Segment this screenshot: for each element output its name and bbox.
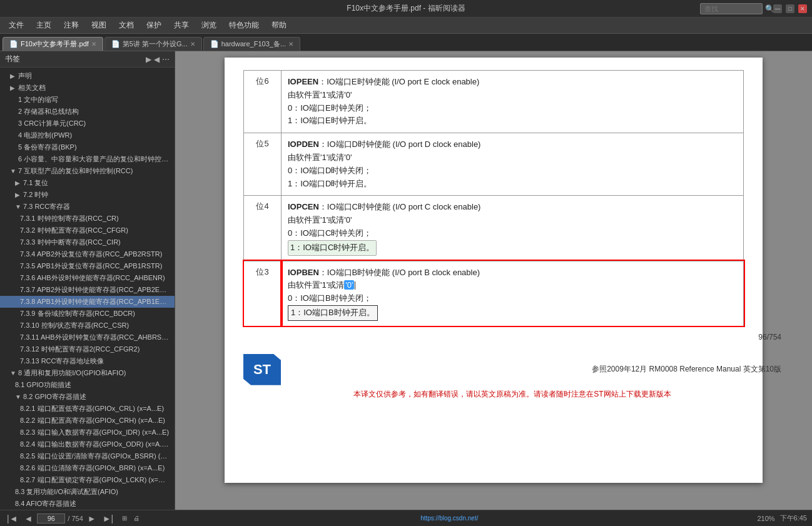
sidebar-item-7-3-4[interactable]: 7.3.4 APB2外设复位寄存器(RCC_APB2RSTR)	[0, 248, 175, 260]
content-area[interactable]: 位6 IOPEEN：IO端口E时钟使能 (I/O port E clock en…	[175, 51, 812, 526]
sidebar-item-8-1[interactable]: 8.1 GPIO功能描述	[0, 379, 175, 391]
sidebar-item-7-3-12[interactable]: 7.3.12 时钟配置寄存器2(RCC_CFGR2)	[0, 343, 175, 355]
sidebar-item-8-2-6[interactable]: 8.2.6 端口位清除寄存器(GPIOx_BRR) (x=A...E)	[0, 462, 175, 474]
tab-doc1-close[interactable]: ✕	[190, 41, 195, 48]
sidebar-title: 书签	[5, 54, 20, 64]
sidebar-item-ch4[interactable]: 4 电源控制(PWR)	[0, 129, 175, 141]
tab-pdf-close[interactable]: ✕	[91, 41, 96, 48]
tab-pdf-icon: 📄	[9, 40, 18, 48]
sidebar-item-8-2-5[interactable]: 8.2.5 端口位设置/清除寄存器(GPIOx_BSRR) (x=A...	[0, 450, 175, 462]
pdf-disclaimer: 本译文仅供参考，如有翻译错误，请以英文原稿为准。请读者随时注意在ST网站上下载更…	[243, 389, 781, 400]
sidebar-item-8-4[interactable]: 8.4 AFIO寄存器描述	[0, 498, 175, 510]
search-icon[interactable]: 🔍	[765, 4, 774, 13]
sidebar-item-7-3-1[interactable]: 7.3.1 时钟控制寄存器(RCC_CR)	[0, 213, 175, 225]
sidebar-item-7-3-6[interactable]: 7.3.6 AHB外设时钟使能寄存器(RCC_AHBENR)	[0, 272, 175, 284]
menu-document[interactable]: 文档	[113, 19, 140, 32]
title-bar-controls: — □ ✕	[773, 4, 807, 13]
sidebar: 书签 ▶ ◀ ⋯ ▶ 声明 ▶ 相关文档 1 文中的缩写 2 存储器和总线结构 …	[0, 51, 175, 526]
menu-bar: 文件 主页 注释 视图 文档 保护 共享 浏览 特色功能 帮助	[0, 18, 812, 34]
nav-fit-button[interactable]: ⊞	[120, 515, 129, 522]
minimize-button[interactable]: —	[773, 4, 782, 13]
status-right: 210% 下午6:45	[757, 513, 807, 523]
nav-next-button[interactable]: ►	[86, 513, 98, 523]
status-time: 下午6:45	[780, 513, 807, 523]
menu-special[interactable]: 特色功能	[223, 19, 265, 32]
reg-desc-5: IOPDEN：IO端口D时钟使能 (I/O port D clock enabl…	[282, 133, 744, 196]
status-nav: |◄ ◄ / 754 ► ►| ⊞ 🖨	[5, 513, 141, 523]
menu-help[interactable]: 帮助	[265, 19, 293, 32]
sidebar-item-ch3[interactable]: 3 CRC计算单元(CRC)	[0, 118, 175, 129]
reg-name-iopden: IOPDEN	[288, 139, 319, 149]
tab-doc1-icon: 📄	[111, 40, 120, 48]
st-logo-area: ST 参照2009年12月 RM0008 Reference Manual 英文…	[243, 354, 781, 385]
sidebar-item-8-2-2[interactable]: 8.2.2 端口配置高寄存器(GPIOx_CRH) (x=A...E)	[0, 415, 175, 427]
table-row: 位4 IOPCEN：IO端口C时钟使能 (I/O port C clock en…	[244, 196, 744, 261]
status-url: https://blog.csdn.net/	[420, 515, 478, 522]
sidebar-item-7-3[interactable]: ▼ 7.3 RCC寄存器	[0, 201, 175, 213]
nav-prev-button[interactable]: ◄	[23, 513, 35, 523]
menu-share[interactable]: 共享	[168, 19, 195, 32]
menu-annotate[interactable]: 注释	[58, 19, 85, 32]
sidebar-item-ch1[interactable]: 1 文中的缩写	[0, 94, 175, 106]
maximize-button[interactable]: □	[786, 4, 794, 13]
tab-doc1[interactable]: 📄 第5讲 第一个外设G... ✕	[104, 37, 202, 51]
menu-home[interactable]: 主页	[30, 19, 58, 32]
pdf-bottom: ST 参照2009年12月 RM0008 Reference Manual 英文…	[243, 348, 781, 400]
sidebar-more-icon[interactable]: ⋯	[162, 55, 170, 64]
sidebar-item-7-3-3[interactable]: 7.3.3 时钟中断寄存器(RCC_CIR)	[0, 236, 175, 248]
reg-desc-4: IOPCEN：IO端口C时钟使能 (I/O port C clock enabl…	[282, 196, 744, 261]
nav-first-button[interactable]: |◄	[5, 513, 20, 523]
sidebar-item-ch2[interactable]: 2 存储器和总线结构	[0, 106, 175, 118]
reg-name-iopeen: IOPEEN	[288, 77, 318, 86]
tab-doc2-close[interactable]: ✕	[288, 41, 293, 48]
menu-protect[interactable]: 保护	[140, 19, 168, 32]
sidebar-item-7-3-9[interactable]: 7.3.9 备份域控制寄存器(RCC_BDCR)	[0, 308, 175, 320]
sidebar-item-ch5[interactable]: 5 备份寄存器(BKP)	[0, 141, 175, 153]
sidebar-item-8-3[interactable]: 8.3 复用功能I/O和调试配置(AFIO)	[0, 486, 175, 498]
menu-file[interactable]: 文件	[3, 19, 30, 32]
tab-pdf-label: F10x中文参考手册.pdf	[21, 39, 89, 49]
search-input[interactable]	[700, 3, 763, 14]
sidebar-item-7-2[interactable]: ▶ 7.2 时钟	[0, 189, 175, 201]
menu-view[interactable]: 视图	[85, 19, 113, 32]
sidebar-icons: ▶ ◀ ⋯	[146, 55, 170, 64]
sidebar-item-8-2-3[interactable]: 8.2.3 端口输入数据寄存器(GPIOx_IDR) (x=A...E)	[0, 427, 175, 438]
page-number-input[interactable]	[37, 513, 65, 523]
close-button[interactable]: ✕	[798, 4, 807, 13]
sidebar-item-ch8[interactable]: ▼ 8 通用和复用功能I/O(GPIO和AFIO)	[0, 367, 175, 379]
sidebar-collapse-icon[interactable]: ◀	[154, 55, 160, 64]
sidebar-item-ch7[interactable]: ▼ 7 互联型产品的复位和时钟控制(RCC)	[0, 165, 175, 177]
pdf-ref-text: 参照2009年12月 RM0008 Reference Manual 英文第10…	[293, 364, 781, 375]
sidebar-item-8-2-4[interactable]: 8.2.4 端口输出数据寄存器(GPIOx_ODR) (x=A...E)	[0, 438, 175, 450]
pdf-page: 位6 IOPEEN：IO端口E时钟使能 (I/O port E clock en…	[225, 58, 763, 483]
sidebar-item-8-2-7[interactable]: 8.2.7 端口配置锁定寄存器(GPIOx_LCKR) (x=A...E)	[0, 474, 175, 486]
sidebar-item-7-3-10[interactable]: 7.3.10 控制/状态寄存器(RCC_CSR)	[0, 320, 175, 331]
sidebar-item-8-2[interactable]: ▼ 8.2 GPIO寄存器描述	[0, 391, 175, 403]
st-logo-text: ST	[253, 362, 271, 378]
sidebar-item-8-2-1[interactable]: 8.2.1 端口配置低寄存器(GPIOx_CRL) (x=A...E)	[0, 403, 175, 415]
bit-label-5: 位5	[244, 133, 282, 196]
sidebar-item-7-3-8[interactable]: 7.3.8 APB1外设时钟使能寄存器(RCC_APB1ENR)	[0, 296, 175, 308]
sidebar-item-7-3-13[interactable]: 7.3.13 RCC寄存器地址映像	[0, 355, 175, 367]
sidebar-item-7-3-7[interactable]: 7.3.7 APB2外设时钟使能寄存器(RCC_APB2ENR)	[0, 284, 175, 296]
sidebar-item-declaration[interactable]: ▶ 声明	[0, 70, 175, 82]
sidebar-item-related-docs[interactable]: ▶ 相关文档	[0, 82, 175, 94]
page-number: 96/754	[758, 333, 781, 341]
menu-browse[interactable]: 浏览	[195, 19, 223, 32]
sidebar-expand-icon[interactable]: ▶	[146, 55, 151, 64]
sidebar-item-7-3-11[interactable]: 7.3.11 AHB外设时钟复位寄存器(RCC_AHBRSTR)	[0, 331, 175, 343]
tab-pdf[interactable]: 📄 F10x中文参考手册.pdf ✕	[3, 37, 103, 51]
tab-doc2[interactable]: 📄 hardware_F103_备... ✕	[203, 37, 300, 51]
sidebar-item-ch6[interactable]: 6 小容量、中容量和大容量产品的复位和时钟控制(RCC)	[0, 153, 175, 165]
app-wrapper: F10x中文参考手册.pdf - 福昕阅读器 — □ ✕ 🔍 文件 主页 注释 …	[0, 0, 812, 526]
status-bar: |◄ ◄ / 754 ► ►| ⊞ 🖨 https://blog.csdn.ne…	[0, 510, 812, 526]
tab-doc2-icon: 📄	[210, 40, 219, 48]
nav-last-button[interactable]: ►|	[101, 513, 116, 523]
table-row: 位6 IOPEEN：IO端口E时钟使能 (I/O port E clock en…	[244, 71, 744, 133]
st-logo: ST	[243, 354, 281, 385]
sidebar-item-7-3-2[interactable]: 7.3.2 时钟配置寄存器(RCC_CFGR)	[0, 225, 175, 236]
reg-name-iopben: IOPBEN	[288, 268, 319, 277]
nav-print-button[interactable]: 🖨	[131, 515, 141, 522]
sidebar-item-7-1[interactable]: ▶ 7.1 复位	[0, 177, 175, 189]
sidebar-item-7-3-5[interactable]: 7.3.5 APB1外设复位寄存器(RCC_APB1RSTR)	[0, 260, 175, 272]
